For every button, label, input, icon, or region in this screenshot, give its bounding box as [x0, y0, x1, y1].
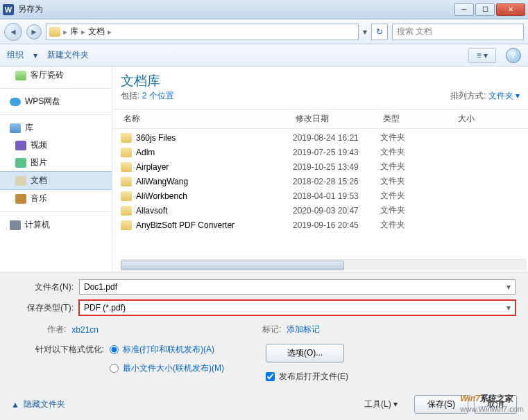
computer-icon [10, 220, 21, 230]
includes-link[interactable]: 2 个位置 [142, 91, 174, 100]
tools-menu[interactable]: 工具(L) ▾ [364, 399, 398, 410]
tag-value[interactable]: 添加标记 [287, 324, 320, 335]
table-row[interactable]: AliWangWang2018-02-28 15:26文件夹 [112, 174, 528, 189]
maximize-button[interactable]: ☐ [475, 3, 495, 16]
table-row[interactable]: AliWorkbench2018-04-01 19:53文件夹 [112, 189, 528, 203]
sidebar: 客厅瓷砖 WPS网盘 库 视频 图片 文档 音乐 计算机 [0, 67, 112, 272]
document-icon [15, 176, 26, 186]
view-menu[interactable]: ≡ ▾ [468, 48, 496, 63]
column-size: 大小 [455, 110, 520, 128]
radio-standard[interactable]: 标准(打印和联机发布)(A) [110, 344, 224, 356]
optimize-label: 针对以下格式优化: [33, 344, 110, 374]
sidebar-item-computer[interactable]: 计算机 [0, 216, 112, 234]
help-button[interactable]: ? [506, 48, 521, 63]
sidebar-item-tiles[interactable]: 客厅瓷砖 [0, 67, 112, 84]
video-icon [15, 141, 26, 150]
footer: ▲隐藏文件夹 工具(L) ▾ 保存(S) 取消 [0, 388, 528, 420]
table-row[interactable]: Airplayer2019-10-25 13:49文件夹 [112, 159, 528, 174]
sort-by-menu[interactable]: 文件夹 ▾ [488, 91, 520, 100]
nav-bar: ◄ ► ▸ 库 ▸ 文档 ▸ ▾ ↻ 搜索 文档 [0, 19, 528, 44]
filename-input[interactable]: Doc1.pdf▾ [79, 279, 516, 295]
save-panel: 文件名(N): Doc1.pdf▾ 保存类型(T): PDF (*.pdf)▾ … [0, 272, 528, 388]
folder-icon [121, 162, 132, 172]
cloud-icon [10, 98, 21, 106]
hide-folders-button[interactable]: ▲隐藏文件夹 [11, 399, 65, 410]
nav-forward-button[interactable]: ► [26, 24, 42, 40]
close-button[interactable]: ✕ [496, 3, 525, 16]
picture-icon [15, 158, 26, 168]
column-type: 类型 [380, 110, 455, 128]
window-title: 另存为 [18, 3, 43, 15]
folder-icon [121, 177, 132, 186]
table-row[interactable]: Adlm2019-07-25 19:43文件夹 [112, 145, 528, 159]
horizontal-scrollbar[interactable] [121, 259, 527, 270]
column-date: 修改日期 [293, 110, 380, 128]
column-name: 名称 [121, 110, 293, 128]
watermark: Win7系统之家 www.Winwin7.com [460, 392, 524, 413]
word-icon: W [3, 4, 14, 15]
sidebar-item-video[interactable]: 视频 [0, 137, 112, 154]
library-icon [49, 27, 60, 37]
nav-back-button[interactable]: ◄ [4, 23, 22, 41]
table-row[interactable]: Allavsoft2020-09-03 20:47文件夹 [112, 203, 528, 218]
content-area: 文档库 包括: 2 个位置 排列方式: 文件夹 ▾ 名称 修改日期 类型 大小 … [112, 67, 528, 272]
filename-label: 文件名(N): [12, 281, 79, 293]
options-button[interactable]: 选项(O)... [266, 344, 344, 362]
library-title: 文档库 [121, 72, 450, 90]
folder-icon [15, 71, 26, 80]
search-input[interactable]: 搜索 文档 [392, 24, 524, 40]
folder-icon [121, 148, 132, 157]
table-row[interactable]: 360js Files2019-08-24 16:21文件夹 [112, 130, 528, 145]
minimize-button[interactable]: ─ [454, 3, 474, 16]
music-icon [15, 194, 26, 204]
new-folder-button[interactable]: 新建文件夹 [47, 49, 89, 61]
breadcrumb-root[interactable]: 库 [70, 26, 78, 37]
folder-icon [121, 220, 132, 230]
column-headers[interactable]: 名称 修改日期 类型 大小 [112, 109, 528, 129]
folder-icon [121, 191, 132, 201]
table-row[interactable]: AnyBizSoft PDF Converter2019-09-16 20:45… [112, 218, 528, 232]
sidebar-item-documents[interactable]: 文档 [0, 171, 112, 190]
author-value[interactable]: xb21cn [71, 325, 99, 335]
titlebar: W 另存为 ─ ☐ ✕ [0, 0, 528, 19]
open-after-checkbox[interactable] [266, 372, 275, 381]
filetype-select[interactable]: PDF (*.pdf)▾ [79, 300, 516, 315]
sidebar-item-library[interactable]: 库 [0, 119, 112, 137]
refresh-button[interactable]: ↻ [371, 24, 388, 40]
radio-minimum[interactable]: 最小文件大小(联机发布)(M) [110, 362, 224, 374]
sidebar-item-pictures[interactable]: 图片 [0, 154, 112, 171]
search-placeholder: 搜索 文档 [397, 26, 432, 37]
folder-icon [121, 206, 132, 216]
library-icon [10, 123, 21, 133]
file-list[interactable]: 360js Files2019-08-24 16:21文件夹Adlm2019-0… [112, 129, 528, 259]
toolbar: 组织▾ 新建文件夹 ≡ ▾ ? [0, 44, 528, 67]
organize-menu[interactable]: 组织 [7, 49, 24, 61]
sidebar-item-music[interactable]: 音乐 [0, 190, 112, 207]
filetype-label: 保存类型(T): [12, 302, 79, 314]
sidebar-item-wps[interactable]: WPS网盘 [0, 93, 112, 110]
folder-icon [121, 133, 132, 143]
breadcrumb[interactable]: ▸ 库 ▸ 文档 ▸ [46, 24, 359, 40]
breadcrumb-current[interactable]: 文档 [88, 26, 105, 37]
